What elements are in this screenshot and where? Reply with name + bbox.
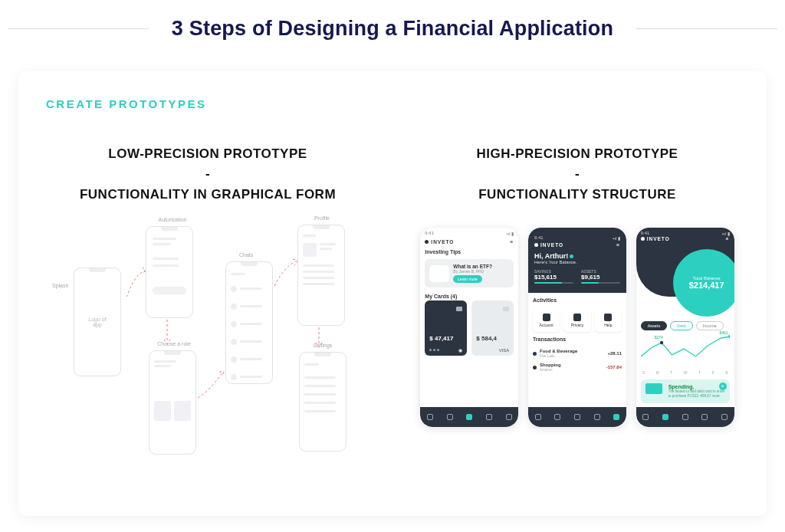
- balance-label: Total Balance: [693, 276, 721, 281]
- transaction-row: ShoppingAmazon -157.84: [533, 360, 622, 374]
- account-icon: [543, 314, 550, 321]
- nav-center-icon[interactable]: [574, 414, 580, 420]
- arrow-icon: [273, 258, 301, 289]
- chart-point-2: $461: [720, 330, 728, 335]
- left-heading: LOW-PRECISION PROTOTYPE - FUNCTIONALITY …: [46, 144, 370, 205]
- chart-days: S M T W T F S: [642, 370, 728, 375]
- wireframe-splash: Logo of app: [74, 268, 121, 376]
- close-icon[interactable]: ×: [719, 383, 727, 390]
- splash-logo-text: Logo of app: [86, 317, 109, 327]
- right-h1: HIGH-PRECISION PROTOTYPE: [477, 146, 678, 161]
- activity-help[interactable]: Help: [595, 309, 622, 332]
- activity-account[interactable]: Account: [533, 309, 560, 332]
- label-splash: Splash: [52, 283, 68, 288]
- assets-value: $9,615: [581, 274, 620, 281]
- section-my-cards: My Cards (4): [420, 291, 518, 300]
- menu-icon: ≡: [511, 239, 514, 245]
- right-heading: HIGH-PRECISION PROTOTYPE - FUNCTIONALITY…: [415, 144, 739, 205]
- privacy-icon: [573, 314, 581, 321]
- arrow-icon: [314, 326, 327, 350]
- wireframe-authorization: [146, 226, 193, 318]
- section-activities: Activities: [528, 293, 626, 304]
- bottom-nav: [528, 407, 626, 427]
- mastercard-icon: ◉: [458, 347, 462, 353]
- nav-card-icon[interactable]: [447, 414, 453, 420]
- section-transactions: Transactions: [528, 332, 626, 343]
- label-profile: Profile: [314, 215, 330, 221]
- nav-center-icon[interactable]: [682, 414, 688, 420]
- nav-settings-icon[interactable]: [613, 414, 619, 420]
- status-icons: •ıl ▮: [507, 231, 514, 236]
- status-icons: •ıl ▮: [613, 235, 620, 241]
- section-subtitle: CREATE PROTOTYPES: [46, 97, 739, 110]
- wireframe-settings: [299, 352, 347, 452]
- spending-title: Spending.: [668, 384, 725, 389]
- mockup-balance: 9:41•ıl ▮ INVETO≡ Total Balance $214,417…: [636, 228, 734, 427]
- nav-card-icon[interactable]: [554, 414, 560, 420]
- transaction-row: Food & BeverageFive Lads +28.11: [533, 346, 622, 360]
- nav-home-icon[interactable]: [427, 414, 433, 420]
- rule-right: [636, 28, 777, 29]
- wireframe-choose-role: [149, 350, 196, 455]
- right-h2: -: [575, 166, 580, 181]
- nav-settings-icon[interactable]: [721, 414, 728, 420]
- arrow-icon: [161, 318, 176, 349]
- brand-text: INVETO: [647, 236, 670, 241]
- nav-center-icon[interactable]: [466, 414, 472, 420]
- tx-amount: +28.11: [607, 351, 622, 356]
- nav-bell-icon[interactable]: [701, 414, 708, 420]
- pill-assets[interactable]: Assets: [641, 321, 668, 330]
- status-dot-icon: [570, 255, 573, 258]
- card-dark: $ 47,417 ◉: [425, 300, 467, 356]
- mockup-investing: 9:41•ıl ▮ INVETO≡ Investing Tips What is…: [420, 228, 518, 427]
- nav-home-icon[interactable]: [535, 414, 541, 420]
- columns: LOW-PRECISION PROTOTYPE - FUNCTIONALITY …: [46, 144, 739, 504]
- nav-bell-icon[interactable]: [486, 414, 492, 420]
- balance-circle: Total Balance $214,417: [673, 249, 734, 317]
- right-h3: FUNCTIONALITY STRUCTURE: [478, 187, 676, 202]
- spending-card-icon: [645, 383, 662, 394]
- rule-left: [8, 28, 149, 29]
- arrow-icon: [120, 266, 150, 297]
- left-h1: LOW-PRECISION PROTOTYPE: [108, 146, 307, 161]
- spending-text: The fastest to add debit card in order t…: [668, 389, 725, 399]
- tip-title: What is an ETF?: [453, 264, 492, 269]
- section-investing-tips: Investing Tips: [420, 248, 518, 256]
- greeting: Hi, Arthur!: [534, 252, 568, 260]
- content-card: CREATE PROTOTYPES LOW-PRECISION PROTOTYP…: [18, 71, 767, 516]
- pill-debt[interactable]: Debt: [670, 321, 693, 330]
- savings-label: SAVINGS: [534, 269, 573, 274]
- label-authorization: Autorization: [153, 217, 192, 222]
- title-row: 3 Steps of Designing a Financial Applica…: [0, 17, 785, 41]
- tip-subtitle: By James B, PHD: [453, 269, 492, 274]
- activity-privacy[interactable]: Privacy: [563, 309, 590, 332]
- menu-icon: ≡: [616, 242, 620, 248]
- nav-settings-icon[interactable]: [506, 414, 512, 420]
- nav-card-icon[interactable]: [662, 414, 668, 420]
- spending-banner: × Spending. The fastest to add debit car…: [641, 379, 730, 403]
- tip-card: What is an ETF? By James B, PHD Learn mo…: [425, 259, 514, 287]
- brand-text: INVETO: [540, 242, 563, 248]
- bottom-nav: [636, 407, 734, 427]
- chart-point-1: $174: [655, 335, 663, 340]
- help-icon: [604, 314, 612, 321]
- brand-text: INVETO: [431, 239, 454, 245]
- lofi-wireframes: Splash Logo of app Autorization: [46, 220, 370, 496]
- page-title: 3 Steps of Designing a Financial Applica…: [149, 17, 636, 41]
- wireframe-profile: [297, 225, 345, 326]
- menu-icon: ≡: [726, 236, 730, 241]
- left-h2: -: [205, 166, 210, 181]
- status-time: 9:41: [534, 235, 544, 241]
- tx-amount: -157.84: [606, 365, 622, 369]
- status-time: 9:41: [425, 231, 434, 236]
- card-light: $ 584,4 VISA: [471, 300, 514, 356]
- arrow-icon: [196, 370, 227, 401]
- card1-amount: $ 47,417: [429, 335, 453, 342]
- sparkline-chart: $174 $461: [641, 333, 730, 367]
- pill-income[interactable]: Income: [696, 321, 724, 330]
- nav-bell-icon[interactable]: [594, 414, 600, 420]
- learn-more-button[interactable]: Learn more: [453, 275, 482, 283]
- balance-subtitle: Here's Your Balance.: [534, 260, 620, 264]
- visa-logo: VISA: [499, 348, 510, 353]
- nav-home-icon[interactable]: [642, 414, 649, 420]
